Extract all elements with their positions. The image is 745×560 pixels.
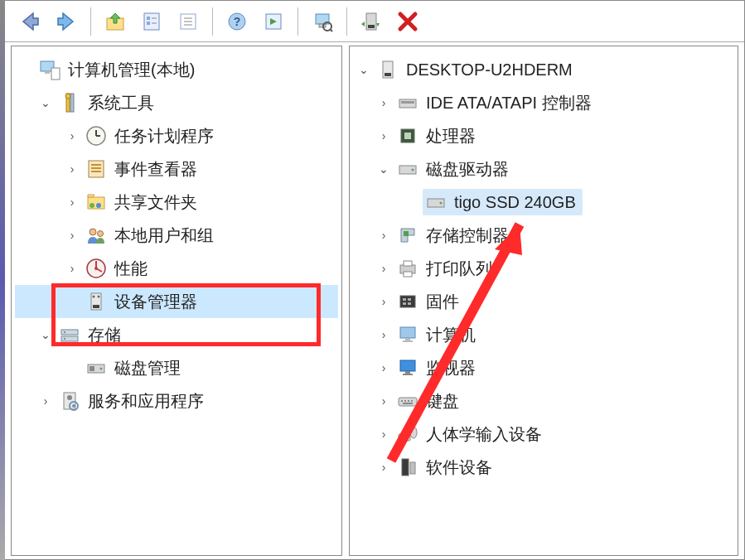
scan-button[interactable]: [307, 6, 338, 37]
tree-label: 共享文件夹: [114, 191, 197, 214]
up-button[interactable]: [99, 6, 131, 37]
svg-point-50: [100, 368, 103, 370]
tree-item-event-viewer[interactable]: › 事件查看器: [15, 152, 338, 186]
tree-item-print-queue[interactable]: › 打印队列: [353, 252, 734, 285]
svg-rect-56: [385, 73, 391, 76]
tree-item-computer-category[interactable]: › 计算机: [353, 318, 734, 351]
tree-item-task-scheduler[interactable]: › 任务计划程序: [15, 119, 338, 152]
svg-rect-31: [91, 167, 101, 169]
svg-rect-67: [404, 261, 412, 266]
svg-rect-68: [404, 272, 412, 277]
forward-arrow-icon: [55, 10, 78, 33]
view-button[interactable]: [258, 6, 289, 37]
svg-rect-76: [403, 340, 413, 342]
forward-button[interactable]: [51, 6, 82, 37]
chevron-down-icon[interactable]: ⌄: [376, 162, 391, 176]
tree-item-hid[interactable]: › 人体学输入设备: [353, 418, 734, 451]
chevron-right-icon[interactable]: ›: [376, 328, 391, 341]
back-button[interactable]: [14, 6, 46, 37]
storage-controller-icon: [396, 224, 419, 247]
chevron-right-icon[interactable]: ›: [376, 461, 391, 474]
chevron-right-icon[interactable]: ›: [376, 229, 391, 242]
enable-button[interactable]: [356, 6, 387, 37]
tree-item-disk-management[interactable]: 磁盘管理: [15, 351, 338, 384]
chevron-right-icon[interactable]: ›: [376, 262, 391, 275]
tree-item-performance[interactable]: › 性能: [15, 252, 338, 285]
disk-drive-icon: [396, 157, 419, 181]
svg-point-54: [72, 404, 75, 408]
tree-item-computer-root[interactable]: ⌄ DESKTOP-U2HDERM: [353, 53, 734, 86]
tree-item-device-manager[interactable]: 设备管理器: [15, 285, 338, 318]
svg-rect-71: [408, 298, 411, 301]
chevron-down-icon[interactable]: ⌄: [356, 63, 371, 76]
chevron-right-icon[interactable]: ›: [65, 162, 80, 176]
chevron-right-icon[interactable]: ›: [65, 229, 80, 242]
tree-item-services[interactable]: › 服务和应用程序: [15, 384, 338, 418]
tools-icon: [58, 91, 81, 114]
keyboard-icon: [396, 389, 419, 413]
chevron-right-icon[interactable]: ›: [65, 262, 80, 275]
tree-item-storage-controller[interactable]: › 存储控制器: [353, 219, 734, 252]
chevron-down-icon[interactable]: ⌄: [38, 96, 53, 109]
svg-rect-30: [91, 164, 101, 166]
chevron-right-icon[interactable]: ›: [38, 394, 53, 408]
tree-item-disk-drives[interactable]: ⌄ 磁盘驱动器: [353, 152, 734, 186]
svg-line-17: [330, 29, 332, 31]
chevron-right-icon[interactable]: ›: [65, 129, 80, 142]
users-icon: [85, 224, 108, 247]
pc-icon: [396, 323, 419, 346]
shared-folder-icon: [85, 191, 108, 214]
refresh-button[interactable]: [172, 6, 204, 37]
tree-label: 磁盘管理: [114, 357, 181, 379]
tree-item-local-users[interactable]: › 本地用户和组: [15, 219, 338, 252]
tree-label: 计算机: [426, 324, 476, 346]
hid-icon: [396, 422, 419, 446]
help-button[interactable]: ?: [221, 6, 253, 37]
software-device-icon: [396, 456, 419, 479]
tree-label: 服务和应用程序: [88, 390, 204, 413]
tree-item-firmware[interactable]: › 固件: [353, 285, 734, 318]
chevron-down-icon[interactable]: ⌄: [38, 328, 53, 341]
chevron-right-icon[interactable]: ›: [376, 129, 391, 142]
svg-point-42: [93, 296, 95, 298]
tree-item-keyboard[interactable]: › 键盘: [353, 384, 734, 418]
svg-rect-73: [408, 302, 411, 305]
chevron-right-icon[interactable]: ›: [376, 427, 391, 441]
tree-label: 处理器: [426, 125, 476, 147]
tree-root-computer-mgmt[interactable]: 计算机管理(本地): [15, 53, 338, 86]
toolbar-separator: [90, 7, 91, 36]
chevron-right-icon[interactable]: ›: [376, 96, 391, 109]
tree-item-system-tools[interactable]: ⌄ 系统工具: [15, 86, 338, 119]
chevron-right-icon[interactable]: ›: [376, 295, 391, 308]
svg-rect-69: [400, 296, 415, 307]
tree-item-disk-tigo-ssd[interactable]: tigo SSD 240GB: [353, 186, 734, 219]
chevron-right-icon[interactable]: ›: [376, 361, 391, 374]
tree-item-software-devices[interactable]: › 软件设备: [353, 451, 734, 484]
chevron-right-icon[interactable]: ›: [65, 196, 80, 209]
svg-rect-1: [144, 13, 159, 30]
svg-rect-19: [368, 25, 375, 28]
svg-point-43: [98, 296, 100, 298]
svg-point-37: [98, 231, 104, 237]
toolbar-separator: [212, 7, 213, 36]
tree-item-shared-folders[interactable]: › 共享文件夹: [15, 186, 338, 219]
tree-item-monitor[interactable]: › 监视器: [353, 351, 734, 384]
tree-item-processor[interactable]: › 处理器: [353, 119, 734, 152]
tree-label: 存储: [88, 324, 121, 346]
help-icon: ?: [225, 10, 249, 33]
monitor-icon: [396, 356, 419, 379]
svg-rect-89: [410, 462, 415, 474]
svg-point-34: [89, 203, 94, 208]
services-icon: [58, 389, 81, 413]
disable-button[interactable]: [392, 6, 423, 37]
tree-item-storage[interactable]: ⌄ 存储: [15, 318, 338, 351]
tree-item-ide-controller[interactable]: › IDE ATA/ATAPI 控制器: [353, 86, 734, 119]
tree-label: 人体学输入设备: [426, 423, 542, 446]
svg-rect-24: [70, 94, 74, 112]
device-manager-icon: [85, 290, 108, 313]
svg-rect-60: [404, 133, 411, 139]
chevron-right-icon[interactable]: ›: [376, 394, 391, 408]
properties-button[interactable]: [136, 6, 167, 37]
svg-rect-83: [408, 400, 409, 402]
firmware-icon: [396, 290, 419, 313]
